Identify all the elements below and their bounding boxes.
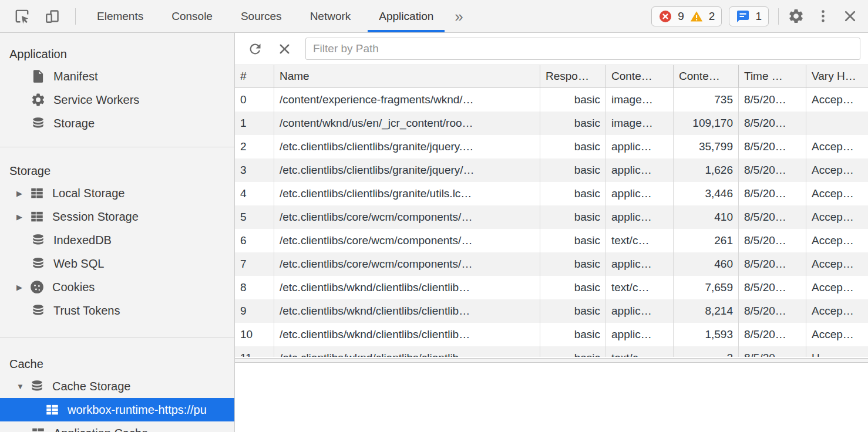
cell-content-length: 1,626	[674, 158, 739, 182]
table-row[interactable]: 5/etc.clientlibs/core/wcm/components/…ba…	[235, 205, 868, 229]
sidebar-item-storage[interactable]: Storage	[0, 112, 234, 135]
tabbar-left-icons	[0, 6, 76, 26]
delete-selected-icon[interactable]	[274, 38, 295, 59]
table-icon	[31, 426, 46, 432]
filter-by-path-input[interactable]	[305, 38, 860, 60]
cell-content-length: 735	[674, 88, 739, 112]
tab-sources[interactable]: Sources	[227, 0, 296, 32]
sidebar-item-application-cache[interactable]: Application Cache	[0, 421, 234, 432]
sidebar-item-cache-storage[interactable]: ▼Cache Storage	[0, 374, 234, 398]
cell-name: /etc.clientlibs/core/wcm/components/…	[274, 205, 540, 229]
chevron-down-icon[interactable]: ▼	[16, 382, 29, 391]
chevron-right-icon[interactable]: ▶	[16, 212, 29, 221]
table-row[interactable]: 3/etc.clientlibs/clientlibs/granite/jque…	[235, 158, 868, 182]
cell-content-length: 261	[674, 229, 739, 252]
cell-response-type: basic	[540, 205, 606, 229]
tab-application[interactable]: Application	[365, 0, 448, 32]
cell-content-type: image…	[606, 112, 674, 135]
cell-vary-header: Accep…	[806, 276, 868, 299]
table-row[interactable]: 2/etc.clientlibs/clientlibs/granite/jque…	[235, 135, 868, 158]
sidebar-item-session-storage[interactable]: ▶Session Storage	[0, 205, 234, 228]
tab-network[interactable]: Network	[296, 0, 365, 32]
cell-index: 3	[235, 158, 274, 182]
cell-time-cached: 8/5/20…	[739, 299, 806, 323]
cell-time-cached: 8/5/20…	[739, 276, 806, 299]
database-icon	[31, 232, 46, 248]
table-row[interactable]: 10/etc.clientlibs/wknd/clientlibs/client…	[235, 323, 868, 346]
table-row[interactable]: 11/etc.clientlibs/wknd/clientlibs/client…	[235, 346, 868, 357]
cell-name: /etc.clientlibs/clientlibs/granite/utils…	[274, 182, 540, 205]
cell-content-type: text/c…	[606, 276, 674, 299]
table-row[interactable]: 9/etc.clientlibs/wknd/clientlibs/clientl…	[235, 299, 868, 323]
column-header-name[interactable]: Name	[274, 65, 540, 87]
kebab-menu-icon[interactable]	[813, 6, 833, 26]
cell-time-cached: 8/5/20…	[739, 182, 806, 205]
cell-content-length: 3,446	[674, 182, 739, 205]
cell-time-cached: 8/5/20…	[739, 112, 806, 135]
sidebar-item-trust-tokens[interactable]: Trust Tokens	[0, 299, 234, 322]
cache-data-grid: #NameRespo…Conte…Conte…Time …Vary H… 0/c…	[235, 65, 868, 357]
cell-content-type: applic…	[606, 205, 674, 229]
gear-icon	[31, 92, 46, 107]
column-header-response-type[interactable]: Respo…	[540, 65, 606, 87]
column-header-index[interactable]: #	[235, 65, 274, 87]
cell-response-type: basic	[540, 182, 606, 205]
refresh-icon[interactable]	[244, 38, 265, 59]
cell-response-type: basic	[540, 276, 606, 299]
sidebar-item-cookies[interactable]: ▶Cookies	[0, 275, 234, 299]
issues-badge[interactable]: 9 2	[651, 6, 722, 26]
cell-content-length: 35,799	[674, 135, 739, 158]
table-row[interactable]: 7/etc.clientlibs/core/wcm/components/…ba…	[235, 252, 868, 276]
inspect-element-icon[interactable]	[12, 6, 32, 26]
table-row[interactable]: 1/content/wknd/us/en/_jcr_content/roo…ba…	[235, 112, 868, 135]
cell-index: 9	[235, 299, 274, 323]
toolbar-divider	[75, 8, 76, 25]
sidebar-item-workbox-runtime-https-pu[interactable]: workbox-runtime-https://pu	[0, 398, 234, 421]
cell-vary-header: U…	[806, 346, 868, 357]
sidebar: ApplicationManifestService WorkersStorag…	[0, 33, 235, 432]
column-header-time-cached[interactable]: Time …	[739, 65, 806, 87]
cell-name: /etc.clientlibs/wknd/clientlibs/clientli…	[274, 323, 540, 346]
cache-panel: #NameRespo…Conte…Conte…Time …Vary H… 0/c…	[235, 33, 868, 432]
cell-content-type: applic…	[606, 135, 674, 158]
table-row[interactable]: 6/etc.clientlibs/core/wcm/components/…ba…	[235, 229, 868, 252]
close-devtools-icon[interactable]	[840, 6, 860, 26]
section-title: Cache	[0, 353, 234, 374]
sidebar-item-label: Storage	[53, 117, 95, 130]
column-header-vary-header[interactable]: Vary H…	[806, 65, 868, 87]
table-row[interactable]: 4/etc.clientlibs/clientlibs/granite/util…	[235, 182, 868, 205]
sidebar-item-web-sql[interactable]: Web SQL	[0, 252, 234, 275]
horizontal-splitter[interactable]	[235, 358, 868, 363]
table-row[interactable]: 8/etc.clientlibs/wknd/clientlibs/clientl…	[235, 276, 868, 299]
cell-response-type: basic	[540, 158, 606, 182]
console-messages-badge[interactable]: 1	[729, 6, 769, 26]
cell-vary-header: Accep…	[806, 135, 868, 158]
sidebar-section-storage: Storage▶Local Storage▶Session StorageInd…	[0, 147, 234, 338]
cell-vary-header: Accep…	[806, 323, 868, 346]
column-header-content-length[interactable]: Conte…	[674, 65, 739, 87]
device-toolbar-icon[interactable]	[42, 6, 62, 26]
table-row[interactable]: 0/content/experience-fragments/wknd/…bas…	[235, 88, 868, 112]
sidebar-item-indexeddb[interactable]: IndexedDB	[0, 228, 234, 252]
column-header-content-type[interactable]: Conte…	[606, 65, 674, 87]
chevron-right-icon[interactable]: ▶	[16, 189, 29, 198]
table-icon	[29, 185, 45, 201]
sidebar-item-manifest[interactable]: Manifest	[0, 65, 234, 88]
tabbar-right-controls: 9 2 1	[651, 6, 868, 26]
tab-elements[interactable]: Elements	[83, 0, 157, 32]
settings-gear-icon[interactable]	[786, 6, 806, 26]
section-title: Application	[0, 43, 234, 65]
sidebar-item-local-storage[interactable]: ▶Local Storage	[0, 181, 234, 205]
sidebar-item-service-workers[interactable]: Service Workers	[0, 88, 234, 112]
cell-content-length: 1,593	[674, 323, 739, 346]
more-tabs-button[interactable]: »	[448, 0, 470, 33]
cell-response-type: basic	[540, 299, 606, 323]
cell-vary-header: Accep…	[806, 299, 868, 323]
chevron-right-icon[interactable]: ▶	[16, 283, 29, 292]
tab-console[interactable]: Console	[157, 0, 227, 32]
cell-content-length: 109,170	[674, 112, 739, 135]
cell-time-cached: 8/5/20…	[739, 135, 806, 158]
cell-content-length: 7,659	[674, 276, 739, 299]
cell-time-cached: 8/5/20…	[739, 158, 806, 182]
cell-time-cached: 8/5/20…	[739, 229, 806, 252]
